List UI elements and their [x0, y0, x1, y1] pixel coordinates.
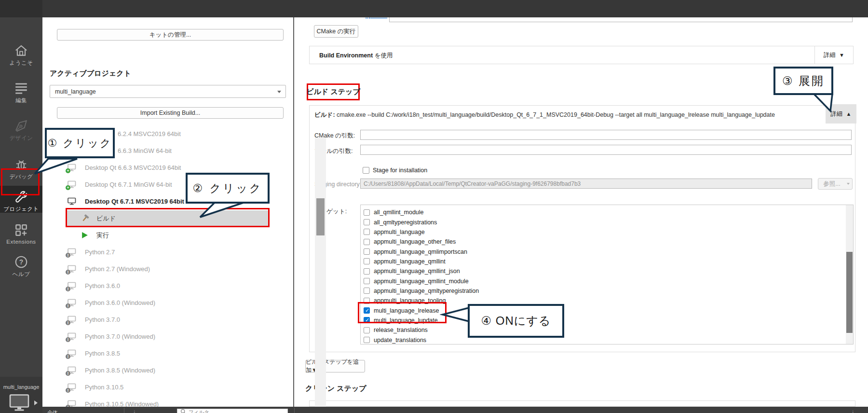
- kit-row[interactable]: !Python 3.8.5: [42, 345, 272, 362]
- checkbox[interactable]: [364, 268, 370, 275]
- checkbox[interactable]: [364, 327, 370, 333]
- kit-label: Python 3.10.5: [85, 384, 123, 391]
- kit-label: 6.6.3 MinGW 64-bit: [118, 147, 172, 154]
- target-row: appmulti_language_qmllint_module: [364, 276, 853, 286]
- kit-row[interactable]: !Python 2.7: [42, 244, 272, 261]
- bottom-bar-icon[interactable]: ↓: [852, 408, 854, 413]
- kit-label: 6.2.4 MSVC2019 64bit: [118, 130, 181, 138]
- staging-directory-input[interactable]: [360, 179, 812, 189]
- kit-row[interactable]: ビルド: [42, 210, 272, 227]
- checkbox[interactable]: [364, 248, 370, 255]
- checkbox[interactable]: [364, 258, 370, 264]
- bottom-bar-partial-text: 全体: [47, 409, 58, 413]
- svg-text:?: ?: [19, 258, 24, 266]
- cmake-args-input[interactable]: [360, 130, 852, 140]
- panel-divider[interactable]: [293, 17, 294, 407]
- filter-input[interactable]: [189, 409, 271, 413]
- debug-bug-icon: [14, 157, 28, 172]
- title-bar: [0, 0, 868, 17]
- callout-text: ② クリック: [192, 181, 262, 196]
- sidebar-item-debug[interactable]: デバッグ: [0, 157, 42, 180]
- checkbox[interactable]: [364, 209, 370, 216]
- scrollbar-thumb[interactable]: [316, 198, 325, 235]
- stage-for-installation-checkbox[interactable]: [363, 167, 369, 174]
- kit-list-scrollbar[interactable]: [315, 138, 326, 413]
- run-cmake-button[interactable]: CMake の実行: [314, 25, 358, 38]
- kit-selector-button[interactable]: [0, 393, 42, 413]
- kit-row[interactable]: !Python 3.6.0 (Windowed): [42, 294, 272, 311]
- import-existing-build-button[interactable]: Import Existing Build...: [57, 107, 284, 119]
- sidebar-item-projects[interactable]: プロジェクト: [0, 186, 42, 213]
- target-row: appmulti_language_tooling: [364, 296, 853, 305]
- build-environment-label: Build Environment を使用: [319, 52, 393, 60]
- monitor-warn-icon: !: [68, 332, 76, 341]
- callout-4-turn-on: ④ ONにする: [468, 304, 564, 338]
- kit-label: Desktop Qt 6.6.3 MSVC2019 64bit: [85, 164, 181, 171]
- plus-badge-icon: +: [66, 168, 70, 173]
- search-icon: [180, 408, 186, 413]
- target-row: appmulti_language_qmllint_json: [364, 266, 853, 276]
- monitor-warn-icon: !: [68, 383, 76, 391]
- kit-row[interactable]: !Python 3.8.5 (Windowed): [42, 362, 272, 379]
- manage-kits-button[interactable]: キットの管理...: [57, 29, 284, 41]
- kit-label: Desktop Qt 6.7.1 MSVC2019 64bit: [85, 198, 184, 205]
- sidebar-item-design[interactable]: デザイン: [0, 119, 42, 142]
- targets-scrollbar[interactable]: [846, 205, 853, 344]
- kit-label: Python 3.6.0: [85, 282, 120, 289]
- callout-text: ④ ONにする: [481, 313, 551, 329]
- sidebar-item-welcome[interactable]: ようこそ: [0, 43, 42, 67]
- checkbox[interactable]: [364, 337, 370, 343]
- monitor-plus-icon: +: [68, 180, 76, 189]
- checkbox[interactable]: [364, 278, 370, 284]
- checkbox[interactable]: [364, 288, 370, 294]
- monitor-warn-icon: !: [68, 299, 76, 307]
- target-label: appmulti_language_qmllint_module: [374, 278, 469, 285]
- run-tool-icon[interactable]: ↓: [133, 408, 136, 413]
- build-steps-heading-annotation: ビルド ステップ: [307, 83, 360, 100]
- monitor-warn-icon: !: [68, 366, 76, 374]
- checkbox[interactable]: [364, 229, 370, 235]
- scrollbar-thumb[interactable]: [846, 252, 853, 333]
- browse-button[interactable]: 参照...: [818, 178, 853, 190]
- checkbox-checked[interactable]: [364, 307, 370, 314]
- callout-text: ③ 展開: [782, 73, 825, 89]
- sidebar-item-help[interactable]: ? ヘルプ: [0, 255, 42, 278]
- active-project-select[interactable]: multi_language: [50, 85, 286, 98]
- build-command-label: ビルド:: [314, 111, 335, 118]
- filter-search-box[interactable]: [177, 409, 288, 413]
- kit-row[interactable]: 実行: [42, 227, 272, 244]
- monitor-icon: [9, 394, 30, 413]
- sidebar-item-extensions[interactable]: Extensions: [0, 223, 42, 245]
- stage-for-installation-label: Stage for installation: [373, 167, 427, 174]
- kit-row[interactable]: !Python 3.6.0: [42, 277, 272, 294]
- environment-details-toggle[interactable]: 詳細: [814, 46, 853, 64]
- target-label: release_translations: [374, 327, 428, 333]
- checkbox[interactable]: [364, 219, 370, 225]
- separator: [294, 408, 295, 413]
- callout-3-expand: ③ 展開: [773, 67, 833, 95]
- kit-row[interactable]: !Python 3.10.5: [42, 379, 272, 396]
- checkbox[interactable]: [364, 298, 370, 304]
- targets-list: all_qmllint_moduleall_qmltyperegistratio…: [360, 205, 854, 344]
- qt-creator-window: Additional CMake options: CMake の実行 Buil…: [0, 0, 868, 413]
- monitor-plus-icon: +: [68, 164, 76, 172]
- build-command-line: ビルド: cmake.exe --build C:/work/i18n_test…: [314, 111, 775, 119]
- target-label: all_qmllint_module: [374, 209, 424, 216]
- target-label: appmulti_language_qmllint_json: [374, 268, 460, 275]
- tool-args-input[interactable]: [360, 145, 852, 155]
- build-environment-suffix: を使用: [373, 52, 393, 59]
- kit-selector-panel: キットの管理... アクティブプロジェクト multi_language Imp…: [42, 17, 293, 413]
- add-build-step-button[interactable]: ビルドステップを追加▼: [305, 360, 365, 372]
- kit-row[interactable]: !Python 3.7.0 (Windowed): [42, 328, 272, 345]
- sidebar-item-edit[interactable]: 編集: [0, 81, 42, 104]
- kit-label: Python 3.8.5: [85, 350, 120, 357]
- checkbox-checked[interactable]: [364, 317, 370, 323]
- extensions-icon: [14, 223, 28, 237]
- kit-label: Python 2.7: [85, 248, 115, 256]
- kit-row[interactable]: !Python 2.7 (Windowed): [42, 261, 272, 277]
- details-label: 詳細: [831, 110, 843, 118]
- checkbox[interactable]: [364, 239, 370, 245]
- kit-row[interactable]: !Python 3.7.0: [42, 311, 272, 328]
- target-row: all_qmltyperegistrations: [364, 217, 853, 227]
- build-step-details-toggle[interactable]: 詳細: [826, 104, 856, 124]
